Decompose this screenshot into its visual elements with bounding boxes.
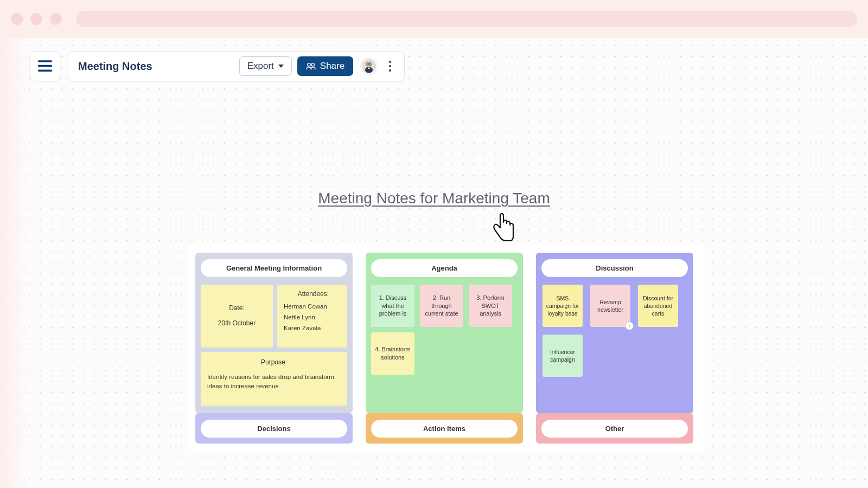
svg-point-3: [308, 63, 310, 66]
chevron-down-icon: [278, 65, 284, 68]
date-label: Date:: [229, 304, 245, 312]
people-icon: [306, 62, 316, 70]
agenda-header: Agenda: [371, 259, 518, 277]
attendees-note[interactable]: Attendees: Herman Cowan Nettle Lynn Kare…: [277, 285, 347, 348]
purpose-text: Identify reasons for sales drop and brai…: [207, 373, 341, 390]
agenda-column[interactable]: Agenda 1. Discuss what the problem is 2.…: [366, 253, 523, 413]
discussion-item[interactable]: SMS campaign for loyalty base: [542, 285, 583, 327]
avatar-icon: [362, 58, 376, 74]
menu-button[interactable]: [30, 51, 60, 81]
action-items-column[interactable]: Action Items: [366, 413, 523, 444]
agenda-item[interactable]: 4. Brainstorm solutions: [371, 332, 414, 375]
svg-rect-2: [38, 70, 52, 72]
other-header: Other: [541, 420, 688, 438]
kebab-dot: [389, 65, 391, 67]
general-column[interactable]: General Meeting Information Date: 20th O…: [195, 253, 353, 413]
decisions-column[interactable]: Decisions: [195, 413, 353, 444]
more-options-button[interactable]: [382, 57, 398, 75]
attendee: Nettle Lynn: [283, 314, 344, 320]
url-bar[interactable]: [76, 11, 857, 27]
kebab-dot: [389, 61, 391, 63]
date-value: 20th October: [218, 319, 256, 327]
export-label: Export: [247, 61, 274, 72]
svg-rect-1: [38, 65, 52, 67]
discussion-item[interactable]: Discount for abandoned carts: [638, 285, 678, 327]
board-row-1: General Meeting Information Date: 20th O…: [189, 245, 705, 413]
purpose-note[interactable]: Purpose: Identify reasons for sales drop…: [201, 352, 347, 406]
avatar[interactable]: [361, 58, 377, 74]
export-button[interactable]: Export: [239, 56, 292, 76]
discussion-header: Discussion: [541, 259, 688, 277]
date-note[interactable]: Date: 20th October: [201, 285, 273, 348]
attendee: Herman Cowan: [283, 303, 344, 310]
window-dot: [50, 13, 62, 25]
pointer-cursor-icon: [489, 211, 516, 244]
document-title[interactable]: Meeting Notes: [78, 60, 152, 73]
agenda-item[interactable]: 1. Discuss what the problem is: [371, 285, 414, 327]
discussion-item[interactable]: Influencer campaign: [542, 335, 583, 377]
kebab-dot: [389, 69, 391, 72]
decisions-header: Decisions: [201, 420, 347, 438]
info-icon[interactable]: i: [625, 322, 634, 330]
share-button[interactable]: Share: [297, 56, 353, 76]
hamburger-icon: [38, 60, 52, 72]
action-items-header: Action Items: [371, 420, 518, 438]
discussion-item[interactable]: Revamp newsletter i: [590, 285, 630, 327]
discussion-column[interactable]: Discussion SMS campaign for loyalty base…: [536, 253, 693, 413]
top-toolbar: Meeting Notes Export Share: [30, 51, 405, 81]
agenda-item[interactable]: 3. Perform SWOT analysis: [469, 285, 512, 327]
svg-rect-0: [38, 60, 52, 62]
attendees-label: Attendees:: [283, 290, 344, 298]
agenda-item[interactable]: 2. Run through current state: [420, 285, 463, 327]
window-dot: [30, 13, 42, 25]
purpose-label: Purpose:: [207, 358, 341, 366]
svg-rect-8: [368, 68, 369, 69]
general-header: General Meeting Information: [201, 259, 347, 277]
other-column[interactable]: Other: [536, 413, 693, 444]
attendee: Karen Zavala: [283, 325, 344, 331]
share-label: Share: [320, 61, 344, 72]
board-row-2: Decisions Action Items Other: [189, 413, 705, 451]
title-bar: Meeting Notes Export Share: [68, 51, 405, 81]
browser-chrome: [0, 0, 868, 38]
canvas-title[interactable]: Meeting Notes for Marketing Team: [0, 190, 868, 207]
window-dot: [11, 13, 23, 25]
svg-point-4: [311, 63, 314, 66]
